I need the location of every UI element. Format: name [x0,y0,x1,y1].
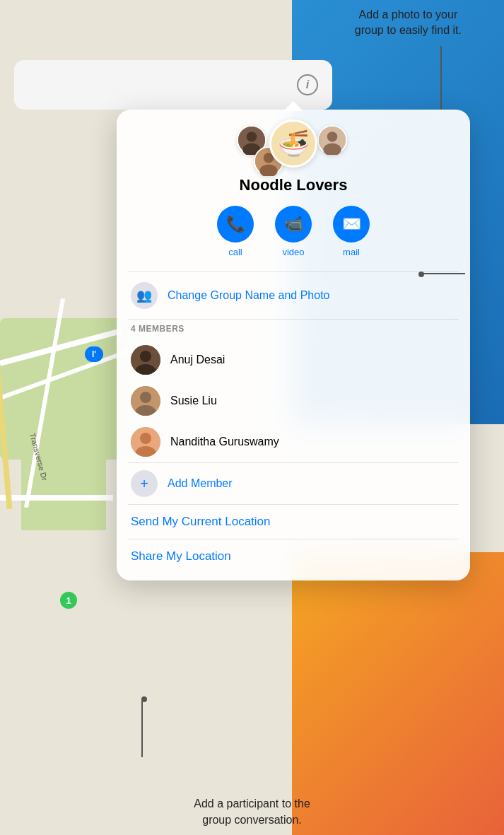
member-avatar-anuj [131,345,160,375]
mail-button-label: mail [343,247,360,257]
member-row: Anuj Desai [117,339,470,380]
member-avatar-susie [131,386,160,416]
add-member-text: Add Member [168,477,233,490]
member-name-anuj: Anuj Desai [170,354,225,366]
members-header: 4 MEMBERS [117,320,470,339]
change-group-button[interactable]: 👥 Change Group Name and Photo [117,272,470,319]
member-row: Susie Liu [117,380,470,421]
svg-point-16 [140,433,151,444]
video-button[interactable]: 📹 video [275,206,312,257]
arrow-line-change-group [423,273,465,274]
send-current-location-text: Send My Current Location [131,515,271,528]
mail-button-circle: ✉️ [333,206,370,243]
group-name: Noodle Lovers [117,173,470,206]
member-row: Nanditha Guruswamy [117,421,470,462]
green-location-marker: 1 [60,592,77,609]
action-buttons-row: 📞 call 📹 video ✉️ mail [117,206,470,271]
add-member-icon: + [131,470,158,497]
group-avatars: 🍜 [117,110,470,173]
share-my-location-text: Share My Location [131,549,231,563]
orange-background [292,552,504,835]
group-detail-panel: 🍜 Noodle Lovers 📞 call 📹 [117,110,470,580]
video-button-circle: 📹 [275,206,312,243]
arrow-line-top [440,46,442,117]
video-button-label: video [282,247,304,257]
member-avatar-nanditha [131,427,160,457]
member-avatar-small-2 [317,125,347,155]
tooltip-add-participant: Add a participant to the group conversat… [160,796,344,828]
call-button-circle: 📞 [217,206,254,243]
arrow-tip-bottom [141,696,147,702]
arrow-tip-change-group [418,271,424,277]
share-my-location-button[interactable]: Share My Location [117,539,470,573]
send-current-location-button[interactable]: Send My Current Location [117,505,470,539]
mail-button[interactable]: ✉️ mail [333,206,370,257]
tooltip-group-photo: Add a photo to your group to easily find… [355,7,462,39]
info-icon[interactable]: i [297,74,318,95]
call-button-label: call [228,247,242,257]
change-group-text: Change Group Name and Photo [168,289,329,302]
svg-point-13 [140,392,151,403]
add-member-button[interactable]: + Add Member [117,463,470,504]
svg-point-10 [140,351,151,362]
call-button[interactable]: 📞 call [217,206,254,257]
arrow-line-bottom [141,701,143,757]
member-name-nanditha: Nanditha Guruswamy [170,436,279,448]
svg-point-4 [327,132,337,141]
member-name-susie: Susie Liu [170,395,217,407]
user-location-badge: I' [85,346,103,362]
group-avatar-main: 🍜 [269,119,317,168]
change-group-icon: 👥 [131,282,158,309]
svg-point-1 [247,132,257,141]
